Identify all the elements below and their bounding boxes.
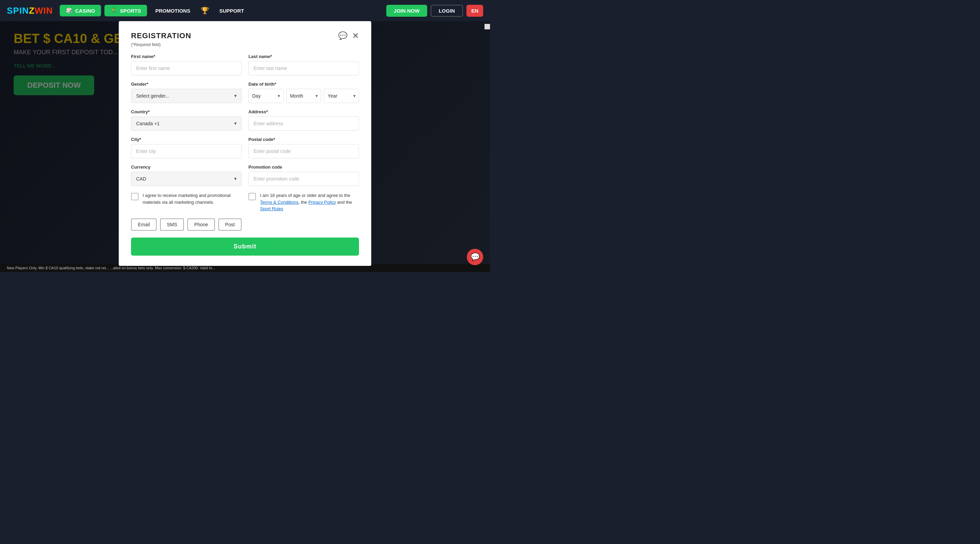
modal-header-icons: 💬 ✕ (338, 32, 359, 40)
postal-group: Postal code* (248, 137, 359, 158)
gender-dob-row: Gender* Select gender... Male Female Oth… (131, 81, 359, 103)
sport-rules-link[interactable]: Sport Rules (260, 206, 283, 211)
postal-input[interactable] (248, 144, 359, 158)
modal-title: REGISTRATION (131, 32, 191, 40)
address-label: Address* (248, 109, 359, 115)
casino-label: CASINO (75, 8, 95, 14)
modal-header: REGISTRATION 💬 ✕ (131, 32, 359, 40)
city-postal-row: City* Postal code* (131, 137, 359, 158)
submit-button[interactable]: Submit (131, 237, 359, 256)
gender-select-wrapper: Select gender... Male Female Other ▼ (131, 89, 242, 103)
currency-promo-row: Currency CAD USD EUR GBP ▼ Promotion cod… (131, 164, 359, 186)
last-name-label: Last name* (248, 54, 359, 59)
promo-group: Promotion code (248, 164, 359, 186)
dice-icon: 🎲 (66, 8, 72, 14)
marketing-checkbox-text: I agree to receive marketing and promoti… (143, 192, 242, 205)
first-name-group: First name* (131, 54, 242, 75)
sports-label: SPORTS (120, 8, 141, 14)
terms-link[interactable]: Terms & Conditions (260, 200, 299, 205)
address-input[interactable] (248, 116, 359, 131)
country-select-wrapper: Canada +1 United States +1 United Kingdo… (131, 116, 242, 131)
age-checkbox-group: I am 18 years of age or older and agree … (248, 192, 359, 212)
promo-label: Promotion code (248, 164, 359, 170)
support-link[interactable]: SUPPORT (215, 5, 249, 16)
marketing-checkbox-group: I agree to receive marketing and promoti… (131, 192, 242, 205)
dob-month-select[interactable]: Month (286, 89, 321, 103)
currency-select-wrapper: CAD USD EUR GBP ▼ (131, 172, 242, 186)
chat-icon[interactable]: 💬 (338, 32, 347, 40)
dob-year-wrapper: Year ▼ (324, 89, 359, 103)
age-checkbox-text: I am 18 years of age or older and agree … (260, 192, 359, 212)
country-label: Country* (131, 109, 242, 115)
dob-group: Date of birth* Day ▼ Month ▼ Year (248, 81, 359, 103)
address-group: Address* (248, 109, 359, 131)
minimize-button[interactable] (485, 24, 490, 29)
registration-modal: REGISTRATION 💬 ✕ (*Required field) First… (119, 21, 371, 266)
logo-win: WIN (35, 5, 53, 16)
country-select[interactable]: Canada +1 United States +1 United Kingdo… (131, 116, 242, 131)
login-button[interactable]: LOGIN (431, 5, 463, 17)
close-icon[interactable]: ✕ (352, 32, 359, 40)
sports-button[interactable]: 🏃 SPORTS (104, 5, 147, 16)
sports-icon: 🏃 (111, 8, 117, 14)
dob-day-select[interactable]: Day (248, 89, 283, 103)
country-group: Country* Canada +1 United States +1 Unit… (131, 109, 242, 131)
last-name-group: Last name* (248, 54, 359, 75)
gender-label: Gender* (131, 81, 242, 87)
gender-select[interactable]: Select gender... Male Female Other (131, 89, 242, 103)
language-button[interactable]: EN (466, 5, 483, 17)
currency-label: Currency (131, 164, 242, 170)
post-channel-button[interactable]: Post (218, 218, 242, 231)
logo-z: Z (29, 5, 35, 16)
country-address-row: Country* Canada +1 United States +1 Unit… (131, 109, 359, 131)
submit-row: Submit (131, 237, 359, 256)
dob-month-wrapper: Month ▼ (286, 89, 321, 103)
age-checkbox[interactable] (248, 193, 256, 200)
promo-input[interactable] (248, 172, 359, 186)
join-now-button[interactable]: JOIN NOW (386, 5, 427, 17)
sms-channel-button[interactable]: SMS (160, 218, 184, 231)
logo-spin: SPIN (7, 5, 29, 16)
logo: SPINZWIN (7, 5, 53, 16)
navbar: SPINZWIN 🎲 CASINO 🏃 SPORTS PROMOTIONS 🏆 … (0, 0, 490, 21)
trophy-icon[interactable]: 🏆 (199, 6, 211, 15)
last-name-input[interactable] (248, 61, 359, 75)
bottom-bar-text: New Players Only. Min $ CA10 qualifying … (7, 266, 215, 270)
postal-label: Postal code* (248, 137, 359, 142)
currency-select[interactable]: CAD USD EUR GBP (131, 172, 242, 186)
checkbox-row: I agree to receive marketing and promoti… (131, 192, 359, 212)
dob-selects: Day ▼ Month ▼ Year ▼ (248, 89, 359, 103)
chat-bubble-icon: 💬 (471, 253, 480, 261)
phone-channel-button[interactable]: Phone (187, 218, 215, 231)
chat-bubble[interactable]: 💬 (467, 249, 483, 265)
city-group: City* (131, 137, 242, 158)
first-name-input[interactable] (131, 61, 242, 75)
casino-button[interactable]: 🎲 CASINO (60, 5, 101, 16)
required-note: (*Required field) (131, 42, 359, 47)
email-channel-button[interactable]: Email (131, 218, 157, 231)
currency-group: Currency CAD USD EUR GBP ▼ (131, 164, 242, 186)
privacy-link[interactable]: Privacy Policy (309, 200, 336, 205)
first-name-label: First name* (131, 54, 242, 59)
dob-day-wrapper: Day ▼ (248, 89, 283, 103)
city-input[interactable] (131, 144, 242, 158)
promotions-link[interactable]: PROMOTIONS (151, 5, 195, 16)
dob-year-select[interactable]: Year (324, 89, 359, 103)
name-row: First name* Last name* (131, 54, 359, 75)
gender-group: Gender* Select gender... Male Female Oth… (131, 81, 242, 103)
dob-label: Date of birth* (248, 81, 359, 87)
marketing-checkbox[interactable] (131, 193, 138, 200)
city-label: City* (131, 137, 242, 142)
channel-buttons: Email SMS Phone Post (131, 218, 359, 231)
